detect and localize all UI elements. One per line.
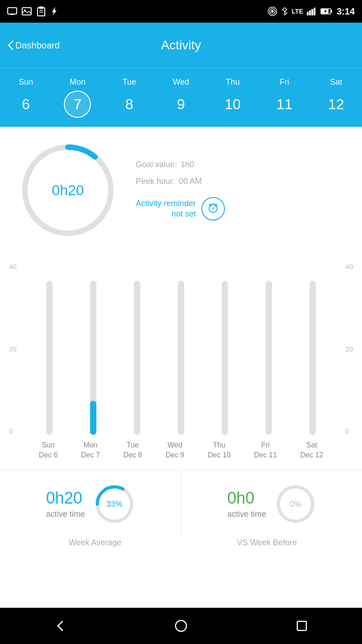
x-date-4: Dec 10 (208, 450, 231, 460)
bar-bg-1 (90, 281, 96, 435)
cal-day-thu[interactable]: Thu10 (219, 77, 246, 118)
x-date-6: Dec 12 (300, 450, 323, 460)
battery-icon (320, 8, 333, 15)
summary-left: 0h20 active time 33% (0, 470, 181, 538)
x-label-1: MonDec 7 (81, 440, 100, 461)
cal-day-name-6: Sat (330, 77, 342, 87)
chart-x-labels: SunDec 6MonDec 7TueDec 8WedDec 9ThuDec 1… (9, 435, 353, 461)
alarm-svg (206, 202, 220, 216)
nav-home-button[interactable] (170, 615, 192, 637)
x-day-5: Fri (261, 440, 270, 450)
cal-day-fri[interactable]: Fri11 (271, 77, 298, 118)
alarm-icon (201, 197, 225, 221)
status-bar: LTE 3:14 (0, 0, 362, 23)
bar-bg-6 (310, 281, 316, 435)
status-bar-right-icons: LTE 3:14 (267, 6, 355, 17)
bar-bg-0 (46, 281, 52, 435)
peek-value: 00 AM (179, 177, 202, 186)
nav-back-icon (53, 619, 67, 633)
svg-rect-28 (297, 621, 306, 630)
y-labels-right: 40 20 0 (345, 263, 353, 435)
clipboard-icon (36, 6, 46, 16)
x-label-6: SatDec 12 (300, 440, 323, 461)
x-label-3: WedDec 9 (166, 440, 185, 461)
back-button[interactable]: Dashboard (7, 40, 60, 51)
activity-ring: 0h20 (18, 140, 118, 240)
svg-rect-12 (309, 10, 311, 15)
x-day-2: Tue (127, 440, 139, 450)
bar-bg-2 (134, 281, 140, 435)
cal-day-num-3: 9 (167, 91, 195, 118)
cal-day-sat[interactable]: Sat12 (323, 77, 350, 118)
back-label: Dashboard (15, 40, 60, 51)
bar-col-5 (266, 263, 272, 435)
cal-day-num-5: 11 (271, 91, 298, 118)
cal-day-mon[interactable]: Mon7 (64, 77, 91, 118)
goal-label: Goal value: (136, 160, 177, 169)
x-day-0: Sun (42, 440, 54, 450)
bar-fill-1 (90, 401, 96, 435)
bar-col-2 (134, 263, 140, 435)
bar-col-3 (178, 263, 184, 435)
nav-recents-icon (295, 619, 309, 633)
y-label-20-left: 20 (9, 345, 17, 353)
bar-col-1 (90, 263, 96, 435)
nav-recents-button[interactable] (291, 615, 313, 637)
svg-rect-16 (331, 10, 332, 13)
x-date-5: Dec 11 (254, 450, 277, 460)
cal-day-tue[interactable]: Tue8 (116, 77, 143, 118)
status-bar-left-icons (7, 6, 57, 16)
activity-section: 0h20 Goal value: 1h0 Peek hour: 00 AM Ac… (0, 127, 362, 254)
cal-day-wed[interactable]: Wed9 (167, 77, 195, 118)
bars-container (14, 263, 348, 435)
reminder-text: Activity reminder not set (136, 198, 196, 220)
signal-icon (307, 7, 317, 15)
summary-section: 0h20 active time 33% 0h0 active time 0% (0, 470, 362, 538)
summary-right: 0h0 active time 0% (181, 470, 362, 538)
x-day-3: Wed (167, 440, 182, 450)
y-labels-left: 40 20 0 (9, 263, 17, 435)
svg-rect-14 (314, 8, 315, 15)
reminder-row[interactable]: Activity reminder not set (136, 197, 225, 221)
summary-left-label: active time (46, 509, 85, 519)
y-label-0-right: 0 (345, 427, 353, 435)
peek-label: Peek hour: (136, 177, 175, 186)
y-label-20-right: 20 (345, 345, 353, 353)
bar-col-6 (310, 263, 316, 435)
cal-day-name-0: Sun (19, 77, 33, 87)
cal-day-sun[interactable]: Sun6 (12, 77, 39, 118)
header: Dashboard Activity (0, 23, 362, 68)
cal-day-num-0: 6 (12, 91, 39, 118)
svg-rect-11 (307, 12, 309, 15)
cal-day-name-2: Tue (123, 77, 136, 87)
cal-day-name-1: Mon (70, 77, 86, 87)
x-date-2: Dec 8 (123, 450, 142, 460)
nav-bar (0, 608, 362, 644)
nav-back-button[interactable] (49, 615, 71, 637)
summary-right-label: active time (227, 509, 266, 519)
x-label-2: TueDec 8 (123, 440, 142, 461)
summary-left-text: 0h20 active time (46, 489, 85, 519)
y-label-40-right: 40 (345, 263, 353, 270)
svg-point-8 (271, 10, 274, 13)
ring-value: 0h20 (52, 182, 84, 199)
bar-bg-4 (222, 281, 228, 435)
peek-row: Peek hour: 00 AM (136, 177, 225, 186)
goal-row: Goal value: 1h0 (136, 160, 225, 169)
x-label-0: SunDec 6 (39, 440, 58, 461)
svg-rect-1 (11, 14, 14, 15)
cal-day-num-1: 7 (64, 91, 91, 118)
cal-day-num-6: 12 (323, 91, 350, 118)
screen-icon (7, 7, 17, 15)
mini-ring-left-label: 33% (106, 499, 123, 509)
svg-rect-0 (8, 8, 17, 14)
nav-home-icon (174, 619, 188, 633)
cal-day-name-3: Wed (173, 77, 190, 87)
bar-col-0 (46, 263, 52, 435)
bar-bg-3 (178, 281, 184, 435)
summary-left-time: 0h20 (46, 489, 82, 508)
x-day-1: Mon (83, 440, 97, 450)
chart-area: 40 20 0 40 20 0 (9, 263, 353, 435)
week-label-before: VS Week Before (181, 538, 353, 548)
page-title: Activity (161, 38, 201, 53)
